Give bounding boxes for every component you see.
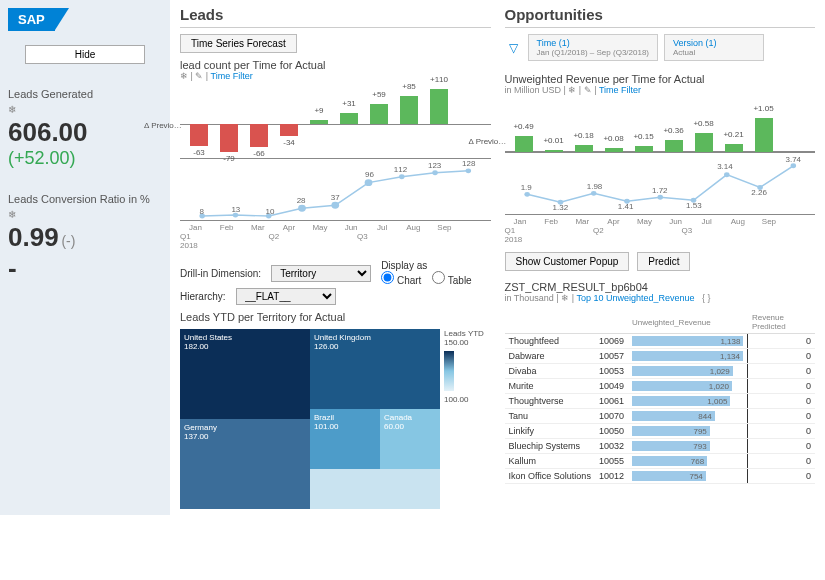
point-label: 1.41 bbox=[618, 202, 634, 211]
bar-label: -63 bbox=[184, 148, 214, 157]
opp-line-chart[interactable]: 1.9 1.32 1.98 1.41 1.72 1.53 3.14 2.26 3… bbox=[505, 155, 816, 215]
treemap-cell-br[interactable]: Brazil101.00 bbox=[310, 409, 380, 469]
point-label: 123 bbox=[428, 161, 441, 170]
drill-controls: Drill-in Dimension: Territory Display as… bbox=[180, 260, 491, 286]
point-label: 1.53 bbox=[686, 201, 702, 210]
svg-point-15 bbox=[724, 172, 730, 177]
time-filter-link[interactable]: Time Filter bbox=[211, 71, 253, 81]
point-label: 2.26 bbox=[751, 188, 767, 197]
delta-axis-label: Δ Previo… bbox=[469, 137, 507, 146]
point-label: 112 bbox=[394, 165, 407, 174]
hierarchy-label: Hierarchy: bbox=[180, 291, 226, 302]
unit-label: in Million USD | ❄ | ✎ | bbox=[505, 85, 599, 95]
point-label: 3.14 bbox=[717, 162, 733, 171]
snowflake-icon: ❄ bbox=[8, 104, 162, 115]
hierarchy-select[interactable]: __FLAT__ bbox=[236, 288, 336, 305]
table-row[interactable]: Divaba100531,0290 bbox=[505, 364, 816, 379]
delta-axis-label: Δ Previo… bbox=[144, 121, 182, 130]
metric-value: 606.00 bbox=[8, 117, 162, 148]
show-customer-popup-button[interactable]: Show Customer Popup bbox=[505, 252, 630, 271]
col-rev: Unweighted_Revenue bbox=[628, 311, 748, 334]
quarter-axis: Q1 Q2 Q3 bbox=[505, 226, 785, 235]
opp-delta-bar-chart[interactable]: Δ Previo… +0.49 +0.01 +0.18 +0.08 +0.15 … bbox=[505, 103, 816, 153]
point-label: 1.98 bbox=[587, 182, 603, 191]
lead-delta-bar-chart[interactable]: Δ Previo… -63 -79 -66 -34 +9 +31 +59 +85… bbox=[180, 89, 491, 159]
svg-point-8 bbox=[466, 168, 472, 173]
svg-point-7 bbox=[432, 170, 438, 175]
drill-label: Drill-in Dimension: bbox=[180, 268, 261, 279]
chart-icons: ❄ | ✎ | bbox=[180, 71, 211, 81]
drill-dimension-select[interactable]: Territory bbox=[271, 265, 371, 282]
table-row[interactable]: Dabware100571,1340 bbox=[505, 349, 816, 364]
treemap-cell-other[interactable] bbox=[310, 469, 440, 509]
point-label: 28 bbox=[297, 196, 306, 205]
treemap-title: Leads YTD per Territory for Actual bbox=[180, 311, 491, 323]
filter-time[interactable]: Time (1) Jan (Q1/2018) – Sep (Q3/2018) bbox=[528, 34, 659, 61]
metric-title: Leads Conversion Ratio in % bbox=[8, 193, 162, 205]
display-as-label: Display as bbox=[381, 260, 480, 271]
table-row[interactable]: Bluechip Systems100327930 bbox=[505, 439, 816, 454]
svg-point-11 bbox=[590, 191, 596, 196]
point-label: 96 bbox=[365, 170, 374, 179]
main: Leads Time Series Forecast lead count pe… bbox=[170, 0, 825, 515]
metric-sub: (-) bbox=[61, 233, 75, 249]
table-row[interactable]: Murite100491,0200 bbox=[505, 379, 816, 394]
point-label: 13 bbox=[231, 205, 240, 214]
hide-button[interactable]: Hide bbox=[25, 45, 145, 64]
metric-value: 0.99 bbox=[8, 222, 59, 252]
time-filter-link[interactable]: Time Filter bbox=[599, 85, 641, 95]
treemap-cell-de[interactable]: Germany137.00 bbox=[180, 419, 310, 509]
treemap-cell-ca[interactable]: Canada60.00 bbox=[380, 409, 440, 469]
filter-icon[interactable]: ▽ bbox=[505, 41, 522, 55]
treemap-cell-us[interactable]: United States182.00 bbox=[180, 329, 310, 419]
quarter-axis: Q1 Q2 Q3 bbox=[180, 232, 460, 241]
point-label: 1.32 bbox=[553, 203, 569, 212]
svg-point-3 bbox=[298, 205, 306, 212]
table-row[interactable]: Tanu100708440 bbox=[505, 409, 816, 424]
svg-point-6 bbox=[399, 174, 405, 179]
opp-filters: ▽ Time (1) Jan (Q1/2018) – Sep (Q3/2018)… bbox=[505, 34, 816, 61]
top10-link[interactable]: Top 10 Unweighted_Revenue bbox=[576, 293, 694, 303]
leads-ytd-treemap[interactable]: United States182.00 Germany137.00 United… bbox=[180, 329, 440, 509]
table-row[interactable]: Ikon Office Solutions100127540 bbox=[505, 469, 816, 484]
opportunities-column: Opportunities ▽ Time (1) Jan (Q1/2018) –… bbox=[505, 6, 816, 509]
metric-delta: (+52.00) bbox=[8, 148, 162, 169]
treemap-legend: Leads YTD 150.00 100.00 bbox=[444, 329, 502, 404]
filter-version[interactable]: Version (1) Actual bbox=[664, 34, 764, 61]
sap-logo: SAP bbox=[8, 8, 55, 31]
point-label: 10 bbox=[266, 207, 275, 216]
lead-count-chart-title: lead count per Time for Actual bbox=[180, 59, 491, 71]
leads-column: Leads Time Series Forecast lead count pe… bbox=[180, 6, 491, 509]
svg-point-9 bbox=[524, 192, 530, 197]
expand-icon[interactable]: { } bbox=[702, 293, 711, 303]
year-axis: 2018 bbox=[180, 241, 491, 250]
svg-point-17 bbox=[790, 163, 796, 168]
leads-heading: Leads bbox=[180, 6, 491, 28]
table-row[interactable]: Kallum100557680 bbox=[505, 454, 816, 469]
point-label: 1.9 bbox=[521, 183, 532, 192]
snowflake-icon: ❄ bbox=[8, 209, 162, 220]
opportunities-heading: Opportunities bbox=[505, 6, 816, 28]
metric-conversion-ratio: Leads Conversion Ratio in % ❄ 0.99 (-) - bbox=[8, 193, 162, 284]
radio-chart[interactable]: Chart bbox=[381, 275, 421, 286]
table-row[interactable]: Thoughtverse100611,0050 bbox=[505, 394, 816, 409]
treemap-cell-uk[interactable]: United Kingdom126.00 bbox=[310, 329, 440, 409]
radio-table[interactable]: Table bbox=[432, 275, 472, 286]
metric-dash: - bbox=[8, 253, 162, 284]
table-row[interactable]: Thoughtfeed100691,1380 bbox=[505, 334, 816, 349]
rev-table-title: ZST_CRM_RESULT_bp6b04 bbox=[505, 281, 816, 293]
table-row[interactable]: Linkify100507950 bbox=[505, 424, 816, 439]
svg-point-5 bbox=[365, 179, 373, 186]
metric-leads-generated: Leads Generated ❄ 606.00 (+52.00) bbox=[8, 88, 162, 169]
point-label: 8 bbox=[200, 207, 204, 216]
svg-point-13 bbox=[657, 195, 663, 200]
opp-chart-title: Unweighted Revenue per Time for Actual bbox=[505, 73, 816, 85]
bar-label: -34 bbox=[274, 138, 304, 147]
time-series-forecast-button[interactable]: Time Series Forecast bbox=[180, 34, 297, 53]
predict-button[interactable]: Predict bbox=[637, 252, 690, 271]
point-label: 3.74 bbox=[785, 155, 801, 164]
lead-count-line-chart[interactable]: 8 13 10 28 37 96 112 123 128 bbox=[180, 161, 491, 221]
col-pred: Revenue Predicted bbox=[748, 311, 815, 334]
unit-label: in Thousand | ❄ | bbox=[505, 293, 577, 303]
month-axis: JanFebMarAprMayJunJulAugSep bbox=[505, 217, 785, 226]
